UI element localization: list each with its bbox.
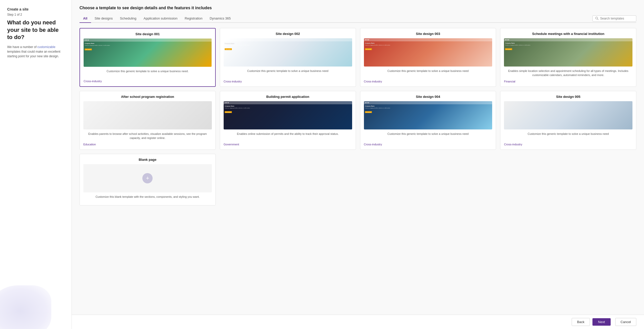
tab-dynamics-365[interactable]: Dynamics 365 bbox=[206, 14, 234, 23]
cards-area: Site design 001Company NameCreate an eng… bbox=[72, 23, 644, 315]
card-title-building-permit: Building permit application bbox=[224, 95, 352, 99]
tab-registration[interactable]: Registration bbox=[181, 14, 206, 23]
card-desc-afterschool-registration: Enables parents to browse after school a… bbox=[83, 132, 212, 140]
card-title-schedule-meetings-financial: Schedule meetings with a financial insti… bbox=[504, 32, 632, 36]
card-tag-site-design-001: Cross-industry bbox=[84, 80, 212, 83]
search-box[interactable] bbox=[592, 15, 636, 22]
tab-application-submission[interactable]: Application submission bbox=[140, 14, 181, 23]
svg-line-1 bbox=[598, 19, 598, 20]
search-icon bbox=[595, 17, 599, 20]
cards-grid: Site design 001Company NameCreate an eng… bbox=[80, 28, 636, 205]
card-tag-schedule-meetings-financial: Financial bbox=[504, 80, 632, 83]
card-desc-blank-page: Customize this blank template with the s… bbox=[83, 195, 212, 199]
card-title-site-design-005: Site design 005 bbox=[504, 95, 632, 99]
tab-all[interactable]: All bbox=[80, 14, 91, 23]
cancel-button[interactable]: Cancel bbox=[615, 318, 636, 326]
card-preview-site-design-004: Company NameCreate an engaging headline,… bbox=[364, 101, 492, 129]
card-tag-site-design-003: Cross-industry bbox=[364, 80, 492, 83]
card-title-site-design-003: Site design 003 bbox=[364, 32, 492, 36]
card-title-site-design-001: Site design 001 bbox=[84, 32, 212, 36]
search-input[interactable] bbox=[600, 17, 633, 20]
sidebar-heading: What do you need your site to be able to… bbox=[7, 19, 64, 41]
card-title-afterschool-registration: After school program registration bbox=[83, 95, 212, 99]
tabs-bar: AllSite designsSchedulingApplication sub… bbox=[80, 14, 636, 23]
main-title: Choose a template to see design details … bbox=[80, 6, 636, 10]
card-site-design-001[interactable]: Site design 001Company NameCreate an eng… bbox=[80, 28, 216, 87]
card-desc-site-design-005: Customize this generic template to solve… bbox=[504, 132, 632, 140]
card-tag-site-design-002: Cross-industry bbox=[224, 80, 352, 83]
sidebar: Create a site Step 1 of 2 What do you ne… bbox=[0, 0, 72, 329]
card-desc-site-design-002: Customize this generic template to solve… bbox=[224, 69, 352, 77]
card-site-design-004[interactable]: Site design 004Company NameCreate an eng… bbox=[360, 91, 496, 150]
card-title-blank-page: Blank page bbox=[83, 158, 212, 162]
card-tag-afterschool-registration: Education bbox=[83, 143, 212, 146]
card-tag-building-permit: Government bbox=[224, 143, 352, 146]
decorative-blob bbox=[0, 285, 51, 329]
card-building-permit[interactable]: Building permit applicationCompany NameC… bbox=[220, 91, 356, 150]
footer: Back Next Cancel bbox=[72, 315, 644, 329]
card-preview-schedule-meetings-financial: Company NameCreate an engaging headline,… bbox=[504, 38, 632, 67]
card-afterschool-registration[interactable]: After school program registrationEnables… bbox=[80, 91, 216, 150]
main-content: Choose a template to see design details … bbox=[72, 0, 644, 329]
card-preview-site-design-001: Company NameCreate an engaging headline,… bbox=[84, 39, 212, 67]
main-header: Choose a template to see design details … bbox=[72, 0, 644, 23]
card-desc-site-design-001: Customize this generic template to solve… bbox=[84, 69, 212, 77]
next-button[interactable]: Next bbox=[592, 318, 611, 326]
sidebar-description: We have a number of customizable templat… bbox=[7, 45, 64, 59]
card-title-site-design-004: Site design 004 bbox=[364, 95, 492, 99]
card-site-design-003[interactable]: Site design 003Company NameCreate an eng… bbox=[360, 28, 496, 87]
card-title-site-design-002: Site design 002 bbox=[224, 32, 352, 36]
card-desc-site-design-004: Customize this generic template to solve… bbox=[364, 132, 492, 140]
card-preview-afterschool-registration bbox=[83, 101, 212, 129]
card-tag-site-design-005: Cross-industry bbox=[504, 143, 632, 146]
app-title: Create a site bbox=[7, 7, 64, 11]
card-preview-blank-page: + bbox=[83, 164, 212, 192]
card-desc-schedule-meetings-financial: Enables simple location selection and ap… bbox=[504, 69, 632, 77]
card-schedule-meetings-financial[interactable]: Schedule meetings with a financial insti… bbox=[500, 28, 636, 87]
tab-site-designs[interactable]: Site designs bbox=[91, 14, 116, 23]
card-preview-building-permit: Company NameCreate an engaging headline,… bbox=[224, 101, 352, 129]
card-site-design-002[interactable]: Site design 002Company NameCreate an eng… bbox=[220, 28, 356, 87]
back-button[interactable]: Back bbox=[572, 318, 590, 326]
tab-scheduling[interactable]: Scheduling bbox=[116, 14, 140, 23]
card-tag-site-design-004: Cross-industry bbox=[364, 143, 492, 146]
card-preview-site-design-002: Company NameCreate an engaging headline,… bbox=[224, 38, 352, 67]
card-desc-building-permit: Enables online submission of permits and… bbox=[224, 132, 352, 140]
plus-icon: + bbox=[142, 173, 153, 183]
card-site-design-005[interactable]: Site design 005Customize this generic te… bbox=[500, 91, 636, 150]
step-indicator: Step 1 of 2 bbox=[7, 13, 64, 16]
card-desc-site-design-003: Customize this generic template to solve… bbox=[364, 69, 492, 77]
card-blank-page[interactable]: Blank page+Customize this blank template… bbox=[80, 154, 216, 205]
card-preview-site-design-003: Company NameCreate an engaging headline,… bbox=[364, 38, 492, 67]
card-preview-site-design-005 bbox=[504, 101, 632, 129]
